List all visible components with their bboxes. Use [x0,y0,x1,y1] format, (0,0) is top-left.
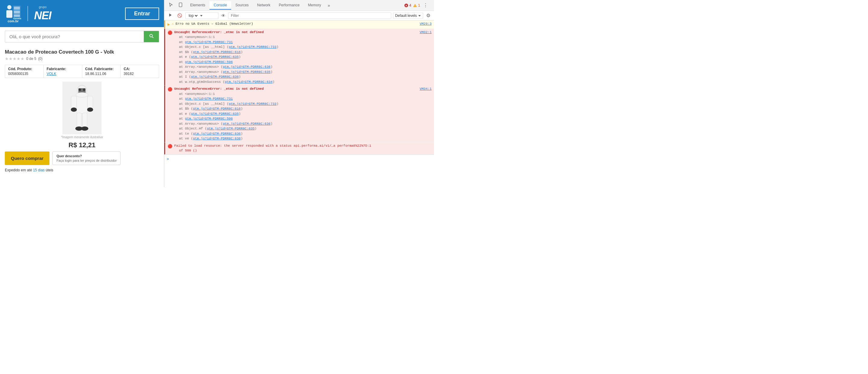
stack-link-2-8[interactable]: gtm.js?id=GTM-PDRR8C:636 [193,132,241,136]
stack-link-2-3[interactable]: gtm.js?id=GTM-PDRR8C:616 [193,107,241,110]
eye-button[interactable]: 👁 [220,12,226,19]
context-select-input[interactable]: top [187,13,198,18]
nei-logo-group: grupo NEI [34,5,51,22]
shipping-row: Expedido em até 15 dias úteis [5,168,159,172]
error-source-2[interactable]: VM34:1 [417,87,432,92]
shipping-days[interactable]: 15 dias [33,168,44,172]
network-error-link-text[interactable]: api.performa.ai/v1/…a performa8%22%7D:1 [293,144,371,147]
stack-link-1-5[interactable]: gtm.js?id=GTM-PDRR8C:596 [185,60,233,64]
product-image-svg [67,84,97,132]
stack-link-1-6[interactable]: gtm.js?id=GTM-PDRR8C:636 [223,65,270,69]
stack-link-1-3[interactable]: gtm.js?id=GTM-PDRR8C:616 [193,50,241,54]
device-toolbar-button[interactable] [176,1,185,9]
stack-line-1-1: at gtm.js?id=GTM-PDRR8C:731 [174,40,432,45]
svg-text:Gaveteiro: Gaveteiro [13,17,22,19]
devtools-tabs: Elements Console Sources Network Perform… [186,1,403,10]
shipping-suffix: úteis [45,168,53,172]
devtools-top-bar: Elements Console Sources Network Perform… [164,0,434,11]
svg-rect-21 [179,3,182,7]
stack-link-1-4[interactable]: gtm.js?id=GTM-PDRR8C:635 [191,55,239,59]
stack-link-2-5[interactable]: gtm.js?id=GTM-PDRR8C:596 [185,117,233,121]
clear-console-button[interactable]: 🚫 [176,12,184,19]
stack-line-1-0: at <anonymous>:1:1 [174,35,432,40]
product-section: Macacao de Protecao Covertech 100 G - Vo… [0,46,164,175]
error-source-1[interactable]: VM32:1 [417,30,432,35]
svg-point-14 [71,107,77,112]
cod-fabricante-label: Cód. Fabricante: [85,67,118,71]
svg-rect-1 [6,10,12,18]
stack-link-1-7[interactable]: gtm.js?id=GTM-PDRR8C:635 [223,70,270,74]
product-image-placeholder [62,81,101,134]
product-meta-table: Cód. Produto: 0058000135 Fabricante: VOL… [5,65,159,78]
cod-fabricante-value: 18.86.111.06 [85,72,106,76]
stack-link-1-9[interactable]: gtm.js?id=GTM-PDRR8C:634 [225,80,273,84]
cod-produto-value: 0058000135 [8,72,28,76]
network-error-text: Failed to load resource: the server resp… [174,144,371,147]
console-messages-area[interactable]: ▶ ⚠ Erro no UA Events – Global (Newslett… [164,21,434,187]
error-text-2: Uncaught ReferenceError: _etmc is not de… [174,87,264,91]
ca-cell: CA: 39182 [121,65,159,78]
stack-link-2-4[interactable]: gtm.js?id=GTM-PDRR8C:635 [191,112,239,115]
stack-link-1-8[interactable]: gtm.js?id=GTM-PDRR8C:636 [191,75,239,78]
svg-text:✕: ✕ [405,4,407,7]
warn-icon-1: ▶ [167,22,170,28]
devtools-settings-button[interactable]: ⋮ [422,1,429,9]
enter-button[interactable]: Entrar [125,7,159,20]
console-input[interactable] [171,157,432,161]
site-header: Gaveteiro com.br grupo NEI Entrar [0,0,164,27]
console-prompt-symbol: > [167,156,169,162]
error-icon-1: 🔴 [167,30,173,36]
tab-performance[interactable]: Performance [275,1,304,10]
stack-line-2-4: at e (gtm.js?id=GTM-PDRR8C:635) [174,111,432,116]
fabricante-value[interactable]: VOLK [47,72,56,76]
cod-fabricante-cell: Cód. Fabricante: 18.86.111.06 [82,65,121,78]
search-button[interactable] [144,31,159,42]
svg-point-10 [83,89,85,91]
logo-divider [27,6,28,21]
console-toolbar: 🚫 top 👁 Default levels ⚙ [164,11,434,21]
warn-message-text-1: Erro no UA Events – Global (Newsletter) [176,22,253,27]
grupo-label: grupo [34,5,51,9]
stack-link-2-9[interactable]: gtm.js?id=GTM-PDRR8C:638 [193,137,241,140]
stack-line-2-2: at Object.c [as __html] (gtm.js?id=GTM-P… [174,101,432,107]
tab-network[interactable]: Network [253,1,275,10]
error-icon-2: 🔴 [167,87,173,93]
warn-source-1[interactable]: VM29:3 [417,22,432,27]
stack-line-1-3: at $b (gtm.js?id=GTM-PDRR8C:616) [174,50,432,55]
buy-button[interactable]: Quero comprar [5,151,50,165]
search-input[interactable] [5,31,144,42]
filter-input[interactable] [228,12,391,19]
tab-console[interactable]: Console [210,1,231,10]
product-price: R$ 12,21 [5,141,159,149]
cod-produto-cell: Cód. Produto: 0058000135 [5,65,44,78]
svg-rect-11 [76,96,87,113]
warn-triangle-1: ⚠ [172,22,174,27]
console-execute-button[interactable] [167,12,174,19]
svg-marker-29 [418,15,421,16]
svg-point-15 [87,107,93,112]
action-row: Quero comprar Quer desconto? Faça login … [5,151,159,165]
tab-memory[interactable]: Memory [304,1,325,10]
stack-link-2-6[interactable]: gtm.js?id=GTM-PDRR8C:636 [223,122,270,126]
tab-sources[interactable]: Sources [231,1,253,10]
brand-sub-name: com.br [7,19,19,23]
stack-link-1-2[interactable]: gtm.js?id=GTM-PDRR8C:733 [229,45,276,49]
inspect-element-button[interactable] [167,1,175,9]
rating-count: (0) [38,57,42,61]
star-icons: ★★★★★ [5,56,24,61]
network-error-icon: 🔴 [167,144,173,150]
console-settings-button[interactable]: ⚙ [425,11,432,20]
rating-row: ★★★★★ 0 de 5 (0) [5,56,159,61]
stack-link-2-2[interactable]: gtm.js?id=GTM-PDRR8C:733 [229,102,276,106]
error-badge: ✕ 4 [404,3,411,7]
stack-link-1-1[interactable]: gtm.js?id=GTM-PDRR8C:731 [185,40,233,44]
stack-link-2-7[interactable]: gtm.js?id=GTM-PDRR8C:635 [207,127,254,130]
device-icon [178,2,183,7]
levels-selector[interactable]: Default levels [393,13,423,19]
tab-more-button[interactable]: » [325,1,333,10]
context-selector[interactable]: top [185,12,218,19]
error-content-1: Uncaught ReferenceError: _etmc is not de… [174,30,432,84]
stack-link-2-1[interactable]: gtm.js?id=GTM-PDRR8C:731 [185,97,233,101]
network-error-suffix: of 500 () [174,149,197,152]
tab-elements[interactable]: Elements [186,1,210,10]
